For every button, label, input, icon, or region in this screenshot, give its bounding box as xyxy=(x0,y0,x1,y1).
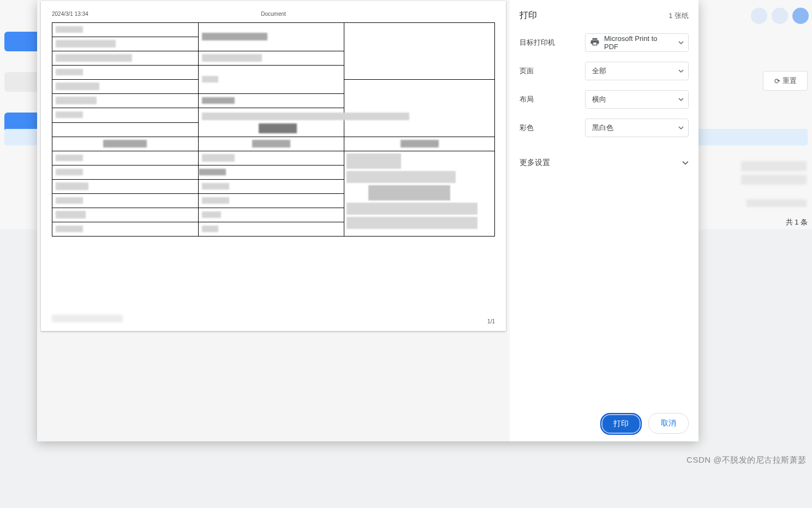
destination-label: 目标打印机 xyxy=(520,38,585,48)
color-value: 黑白色 xyxy=(592,123,613,133)
print-preview-page[interactable]: 2024/3/1 13:34 Document xyxy=(41,1,506,331)
chevron-down-icon xyxy=(678,125,684,131)
color-select[interactable]: 黑白色 xyxy=(585,119,689,137)
bg-blur xyxy=(741,175,807,185)
cancel-button[interactable]: 取消 xyxy=(648,413,689,434)
preview-footer-blur xyxy=(52,315,123,322)
layout-label: 布局 xyxy=(520,94,585,104)
layout-select[interactable]: 横向 xyxy=(585,90,689,109)
print-button-label: 打印 xyxy=(613,419,629,429)
table-row xyxy=(52,137,495,151)
pages-value: 全部 xyxy=(592,66,606,76)
pages-row: 页面 全部 xyxy=(520,62,689,80)
destination-select[interactable]: Microsoft Print to PDF xyxy=(585,33,689,52)
bg-tab-active xyxy=(4,32,41,51)
bg-reset-button[interactable]: ⟳ 重置 xyxy=(763,71,808,91)
table-row xyxy=(52,151,495,166)
print-settings-column: 打印 1 张纸 目标打印机 Microsoft Print to PDF 页面 … xyxy=(510,0,698,441)
printer-icon xyxy=(590,37,600,49)
destination-value: Microsoft Print to PDF xyxy=(604,34,672,51)
bg-blur xyxy=(747,199,807,207)
preview-page-indicator: 1/1 xyxy=(487,318,495,324)
bg-topbar-pill xyxy=(751,8,767,24)
bg-pagination: 共 1 条 xyxy=(786,217,808,227)
cancel-button-label: 取消 xyxy=(661,418,676,428)
preview-form-table xyxy=(52,22,495,237)
color-row: 彩色 黑白色 xyxy=(520,119,689,137)
chevron-down-icon xyxy=(682,160,689,166)
pages-select[interactable]: 全部 xyxy=(585,62,689,80)
destination-row: 目标打印机 Microsoft Print to PDF xyxy=(520,33,689,52)
color-label: 彩色 xyxy=(520,123,585,133)
layout-value: 横向 xyxy=(592,94,606,104)
bg-left-tabs xyxy=(4,32,41,140)
table-row xyxy=(52,23,495,37)
reset-icon: ⟳ xyxy=(774,77,780,85)
bg-tab xyxy=(4,72,41,92)
sheets-count: 1 张纸 xyxy=(668,11,689,21)
pages-label: 页面 xyxy=(520,66,585,76)
bg-blur xyxy=(741,161,807,171)
print-preview-column: 2024/3/1 13:34 Document xyxy=(37,0,510,441)
csdn-watermark: CSDN @不脱发的尼古拉斯萧瑟 xyxy=(686,455,807,465)
preview-doc-title: Document xyxy=(41,11,506,17)
print-dialog-title: 打印 xyxy=(520,10,537,21)
more-settings-toggle[interactable]: 更多设置 xyxy=(520,158,689,168)
print-dialog: 2024/3/1 13:34 Document xyxy=(37,0,698,441)
more-settings-label: 更多设置 xyxy=(520,158,550,168)
layout-row: 布局 横向 xyxy=(520,90,689,109)
chevron-down-icon xyxy=(678,40,684,45)
bg-reset-label: 重置 xyxy=(783,76,797,86)
chevron-down-icon xyxy=(678,97,684,102)
print-button[interactable]: 打印 xyxy=(600,413,642,435)
chevron-down-icon xyxy=(678,68,684,74)
bg-avatar xyxy=(772,8,788,24)
bg-avatar xyxy=(792,8,809,24)
